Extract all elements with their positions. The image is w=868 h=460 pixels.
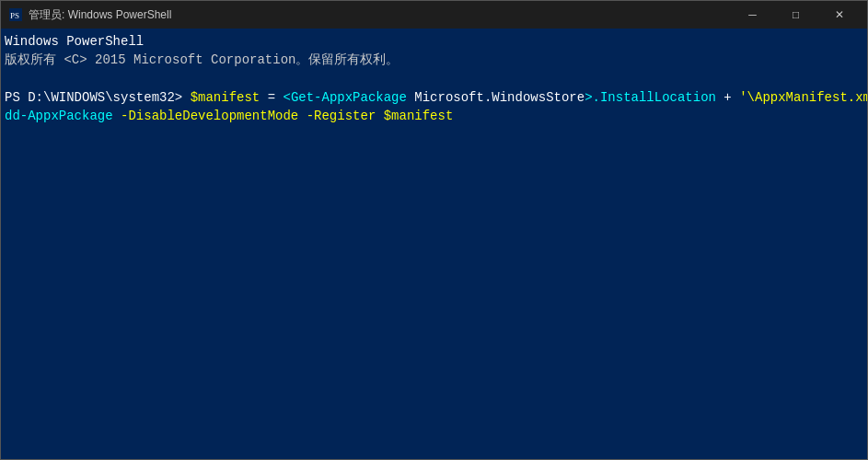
str-manifest: '\AppxManifest.xml' bbox=[739, 88, 867, 107]
cmd-close: >.InstallLocation bbox=[584, 88, 716, 107]
maximize-button[interactable]: □ bbox=[775, 1, 816, 29]
console-body[interactable]: Windows PowerShell 版权所有 <C> 2015 Microso… bbox=[1, 29, 867, 459]
close-button[interactable]: ✕ bbox=[818, 1, 860, 29]
cmd-arg: Microsoft.WindowsStore bbox=[407, 88, 584, 107]
minimize-button[interactable]: ─ bbox=[732, 1, 773, 29]
var-manifest2: $manifest bbox=[376, 107, 453, 125]
var-manifest: $manifest bbox=[191, 88, 260, 107]
title-bar: PS 管理员: Windows PowerShell ─ □ ✕ bbox=[1, 1, 867, 29]
title-bar-left: PS 管理员: Windows PowerShell bbox=[8, 7, 171, 23]
prompt: PS D:\WINDOWS\system32> bbox=[5, 88, 191, 107]
console-line-3: PS D:\WINDOWS\system32> $manifest = <Get… bbox=[5, 88, 863, 107]
plus: + bbox=[716, 88, 739, 107]
cmd-add: dd-AppxPackage bbox=[5, 107, 113, 125]
powershell-icon: PS bbox=[8, 7, 23, 22]
op: = bbox=[260, 88, 283, 107]
console-line-2: 版权所有 <C> 2015 Microsoft Corporation。保留所有… bbox=[5, 51, 863, 69]
param1: -DisableDevelopmentMode bbox=[113, 107, 299, 125]
title-bar-controls: ─ □ ✕ bbox=[732, 1, 860, 29]
console-line-4: dd-AppxPackage -DisableDevelopmentMode -… bbox=[5, 107, 863, 125]
console-line-empty bbox=[5, 70, 863, 88]
cmd-get: <Get-AppxPackage bbox=[283, 88, 406, 107]
param2: -Register bbox=[298, 107, 376, 125]
svg-text:PS: PS bbox=[10, 11, 19, 20]
console-line-1: Windows PowerShell bbox=[5, 32, 863, 51]
title-bar-text: 管理员: Windows PowerShell bbox=[29, 7, 171, 23]
powershell-window: PS 管理员: Windows PowerShell ─ □ ✕ Windows… bbox=[0, 0, 868, 460]
